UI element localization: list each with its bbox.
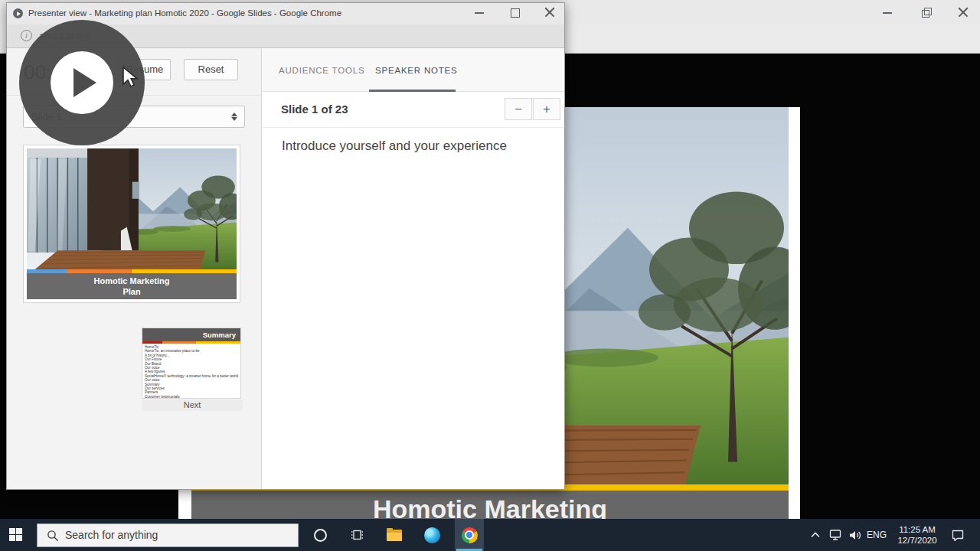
google-slides-icon: [13, 8, 23, 18]
network-icon: [829, 529, 843, 541]
mouse-cursor: [121, 66, 139, 89]
edge-icon: [424, 527, 440, 543]
summary-line: Customer testimonials: [145, 395, 240, 398]
taskbar-search-box[interactable]: Search for anything: [37, 523, 299, 547]
reset-button[interactable]: Reset: [184, 59, 238, 80]
task-view-button[interactable]: [341, 519, 372, 551]
search-placeholder: Search for anything: [65, 524, 158, 546]
spinner-up-icon: [231, 112, 237, 116]
speaker-notes-text: Introduce yourself and your experience: [282, 139, 507, 154]
language-button[interactable]: ENG: [864, 519, 890, 551]
play-icon: [74, 68, 96, 97]
zoom-out-button[interactable]: −: [505, 98, 532, 120]
chevron-up-icon: [810, 530, 821, 540]
spinner-down-icon: [231, 117, 237, 121]
maximize-icon[interactable]: [509, 7, 520, 18]
chrome-icon: [462, 527, 478, 543]
slide-title-line1: Homotic Marketing: [27, 276, 237, 287]
slide-title-line2: Plan: [27, 287, 237, 298]
restore-icon[interactable]: [921, 7, 932, 18]
tab-speaker-notes[interactable]: SPEAKER NOTES: [375, 66, 458, 75]
language-label: ENG: [867, 530, 887, 540]
tab-audience-tools[interactable]: AUDIENCE TOOLS: [279, 66, 364, 75]
close-icon[interactable]: [544, 7, 555, 18]
slide-title-banner: Homotic Marketing Plan: [27, 273, 237, 299]
next-slide-body: HomeTic HomeTic, an innovative place to …: [142, 344, 240, 398]
notes-header-row: Slide 1 of 23 − +: [262, 92, 564, 128]
chrome-active-tile[interactable]: [455, 519, 484, 551]
minimize-icon[interactable]: [882, 7, 893, 18]
cortana-button[interactable]: [305, 519, 335, 551]
tray-chevron-button[interactable]: [804, 519, 827, 551]
clock-button[interactable]: 11:25 AM 12/7/2020: [890, 519, 945, 551]
search-icon: [47, 530, 59, 542]
window-title: Presenter view - Marketing plan Homotic …: [28, 8, 341, 18]
minimize-icon[interactable]: [474, 7, 485, 18]
next-slide-thumbnail[interactable]: Summary HomeTic HomeTic, an innovative p…: [142, 328, 241, 399]
tabs-bar: AUDIENCE TOOLS SPEAKER NOTES: [262, 48, 564, 92]
next-label: Next: [142, 399, 243, 411]
info-icon[interactable]: i: [21, 30, 32, 41]
next-slide-header: Summary: [142, 328, 240, 341]
zoom-in-button[interactable]: +: [533, 98, 560, 120]
task-view-icon: [351, 529, 364, 541]
date-label: 12/7/2020: [890, 535, 945, 546]
slide-photo: [27, 148, 237, 269]
edge-button[interactable]: [416, 519, 447, 551]
slide-counter: Slide 1 of 23: [281, 103, 348, 116]
close-icon[interactable]: [958, 7, 969, 18]
time-label: 11:25 AM: [890, 524, 945, 535]
file-explorer-button[interactable]: [379, 519, 410, 551]
current-slide-thumbnail[interactable]: Homotic Marketing Plan: [23, 145, 240, 303]
file-explorer-icon: [387, 530, 402, 541]
cortana-icon: [314, 529, 327, 542]
start-button[interactable]: [9, 528, 22, 541]
taskbar: Search for anything ENG 11:25 AM: [0, 519, 980, 551]
action-center-button[interactable]: [945, 519, 971, 551]
volume-icon: [848, 530, 862, 541]
action-center-icon: [951, 529, 965, 541]
presenter-right-panel: AUDIENCE TOOLS SPEAKER NOTES Slide 1 of …: [262, 48, 564, 489]
